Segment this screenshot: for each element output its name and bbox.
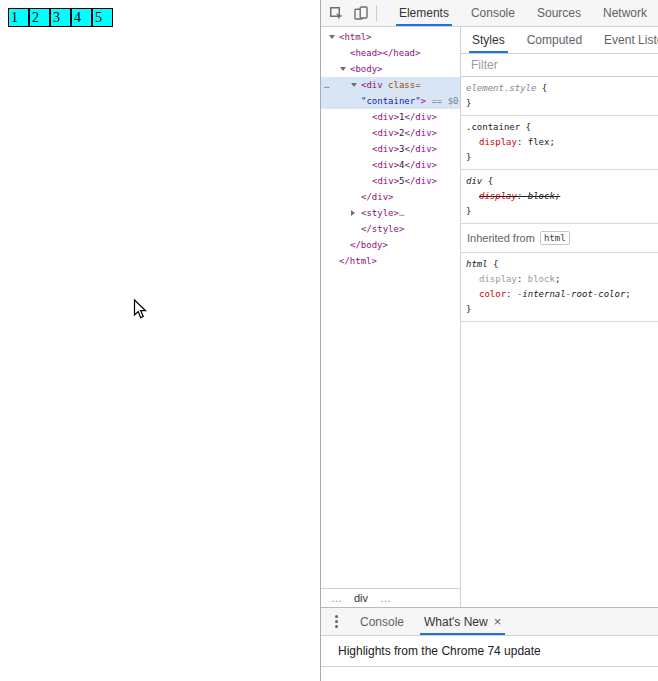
tab-network[interactable]: Network: [592, 0, 658, 26]
dom-tree: <html><head></head><body>…<div class="co…: [321, 27, 460, 588]
drawer-menu-icon[interactable]: [333, 611, 340, 632]
inherited-node-link[interactable]: html: [540, 231, 570, 245]
colon: :: [517, 137, 528, 147]
mouse-cursor-icon: [133, 299, 148, 320]
tree-node[interactable]: <head></head>: [321, 45, 460, 61]
inspect-icon: [330, 7, 343, 20]
styles-sidebar: StylesComputedEvent Listeners element.st…: [461, 27, 658, 607]
screenshot: 12345 ElementsConsoleSourcesNetwork: [0, 0, 658, 681]
styles-tab-styles[interactable]: Styles: [461, 27, 516, 53]
css-property[interactable]: display: block;: [461, 272, 658, 287]
rule-selector: .container {: [461, 120, 658, 135]
tree-node[interactable]: <div>3</div>: [321, 141, 460, 157]
drawer-tab-console[interactable]: Console: [350, 608, 414, 635]
css-property[interactable]: color: -internal-root-color;: [461, 287, 658, 302]
semicolon: ;: [625, 289, 630, 299]
property-value: block: [528, 274, 555, 284]
tree-node[interactable]: "container"> == $0: [321, 93, 460, 109]
devtools-toolbar: ElementsConsoleSourcesNetwork: [321, 0, 658, 27]
code-token: <div>: [372, 160, 399, 170]
property-value: block: [528, 191, 555, 201]
code-token: <head></head>: [350, 48, 420, 58]
code-token: </div>: [405, 160, 438, 170]
semicolon: ;: [549, 137, 554, 147]
rule-close-brace: }: [461, 302, 658, 317]
collapsed-arrow-icon[interactable]: [351, 210, 355, 216]
tree-node[interactable]: <div>2</div>: [321, 125, 460, 141]
elements-panel: <html><head></head><body>…<div class="co…: [321, 27, 461, 607]
code-token: </style>: [361, 224, 404, 234]
code-token: </html>: [339, 256, 377, 266]
style-rule: html {display: block;color: -internal-ro…: [461, 253, 658, 322]
drawer-tab-label: Console: [360, 615, 404, 629]
tab-sources[interactable]: Sources: [526, 0, 592, 26]
rule-selector: element.style {: [461, 81, 658, 96]
tree-node[interactable]: </div>: [321, 189, 460, 205]
device-toolbar-button[interactable]: [349, 1, 373, 25]
styles-tab-event-listeners[interactable]: Event Listeners: [593, 27, 658, 53]
code-token: == $0: [426, 96, 459, 106]
style-rule: div {display: block;}: [461, 170, 658, 224]
drawer: ConsoleWhat's New× Highlights from the C…: [321, 607, 658, 681]
code-token: class=: [383, 80, 421, 90]
property-name: display: [479, 191, 517, 201]
tree-node[interactable]: <body>: [321, 61, 460, 77]
style-rule: .container {display: flex;}: [461, 116, 658, 170]
flex-item: 4: [71, 8, 92, 27]
rule-close-brace: }: [461, 204, 658, 219]
flex-item: 5: [92, 8, 113, 27]
drawer-tab-label: What's New: [424, 615, 488, 629]
breadcrumb-item[interactable]: …: [331, 592, 342, 604]
inspect-element-button[interactable]: [325, 1, 349, 25]
css-property[interactable]: display: flex;: [461, 135, 658, 150]
tree-node[interactable]: </html>: [321, 253, 460, 269]
expanded-arrow-icon[interactable]: [340, 67, 346, 71]
drawer-toolbar: ConsoleWhat's New×: [321, 608, 658, 636]
whats-new-heading: Highlights from the Chrome 74 update: [321, 636, 658, 667]
tree-node[interactable]: <div>5</div>: [321, 173, 460, 189]
code-token: </body>: [350, 240, 388, 250]
rule-selector: div {: [461, 174, 658, 189]
property-name: display: [479, 274, 517, 284]
tab-elements[interactable]: Elements: [388, 0, 460, 26]
code-token: <div: [361, 80, 383, 90]
expanded-arrow-icon[interactable]: [351, 83, 357, 87]
code-token: …: [399, 208, 404, 218]
tree-node[interactable]: </style>: [321, 221, 460, 237]
selector-token: .container: [466, 122, 520, 132]
semicolon: ;: [555, 191, 560, 201]
tree-node[interactable]: <div>1</div>: [321, 109, 460, 125]
selector-token: element.style: [466, 83, 536, 93]
code-token: <html>: [339, 32, 372, 42]
drawer-tabs: ConsoleWhat's New×: [350, 608, 511, 635]
styles-filter-bar: [461, 54, 658, 77]
browser-page: 12345: [0, 0, 320, 681]
tree-node[interactable]: …<div class=: [321, 77, 460, 93]
tree-node[interactable]: </body>: [321, 237, 460, 253]
styles-sections: element.style {}.container {display: fle…: [461, 77, 658, 607]
breadcrumb-item[interactable]: div: [354, 592, 368, 604]
flex-item: 3: [50, 8, 71, 27]
selector-token: div: [466, 176, 482, 186]
inherited-from-label: Inherited from: [467, 232, 535, 244]
selector-token: html: [466, 259, 488, 269]
tree-node[interactable]: <html>: [321, 29, 460, 45]
styles-filter-input[interactable]: [471, 58, 648, 72]
code-token: <div>: [372, 144, 399, 154]
styles-tab-computed[interactable]: Computed: [516, 27, 593, 53]
breadcrumb-item[interactable]: …: [380, 592, 391, 604]
tree-node[interactable]: <div>4</div>: [321, 157, 460, 173]
expanded-arrow-icon[interactable]: [329, 35, 335, 39]
code-token: </div>: [405, 176, 438, 186]
node-overflow-icon[interactable]: …: [324, 77, 330, 93]
tab-console[interactable]: Console: [460, 0, 526, 26]
selector-token: {: [520, 122, 531, 132]
inherited-from-bar: Inherited fromhtml: [461, 224, 658, 253]
colon: :: [517, 191, 528, 201]
tree-node[interactable]: <style>…: [321, 205, 460, 221]
style-rule: element.style {}: [461, 77, 658, 116]
css-property[interactable]: display: block;: [461, 189, 658, 204]
selector-token: {: [482, 176, 493, 186]
close-icon[interactable]: ×: [494, 615, 502, 628]
drawer-tab-what-s-new[interactable]: What's New×: [414, 608, 511, 635]
